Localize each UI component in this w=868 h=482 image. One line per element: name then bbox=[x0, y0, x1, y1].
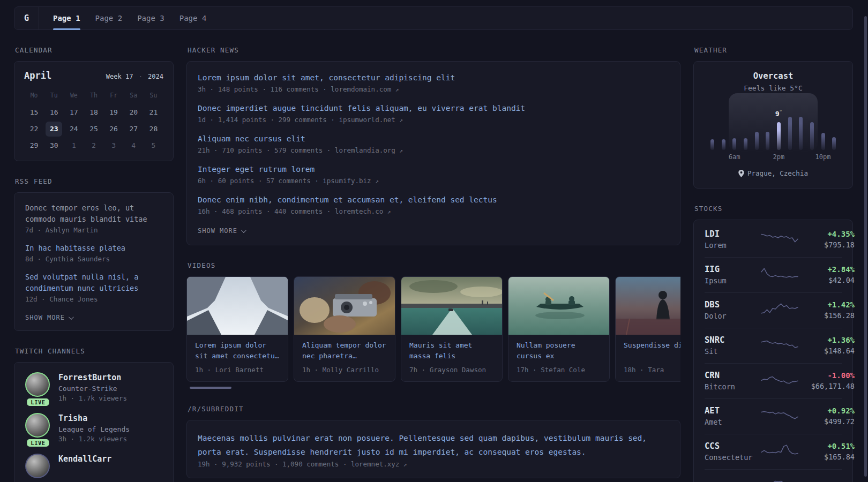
stock-symbol: DBS bbox=[705, 300, 760, 310]
stock-identity: AETAmet bbox=[705, 406, 760, 426]
weather-time-labels: 6am2pm10pm bbox=[707, 153, 840, 162]
subreddit-post-title[interactable]: Maecenas mollis pulvinar erat non posuer… bbox=[198, 431, 669, 459]
twitch-channel-row[interactable]: LIVEForrestBurtonCounter-Strike1h · 1.7k… bbox=[25, 372, 162, 402]
video-card[interactable]: Nullam posuere cursus ex17h · Stefan Col… bbox=[508, 276, 610, 382]
hackernews-item-title[interactable]: Donec enim nibh, condimentum et accumsan… bbox=[198, 194, 669, 206]
twitch-channel-row[interactable]: KendallCarr bbox=[25, 454, 162, 478]
rss-section-title: RSS FEED bbox=[15, 177, 173, 185]
hackernews-item-meta: 16h · 468 points · 440 comments · loremt… bbox=[198, 207, 669, 215]
hackernews-item-title[interactable]: Aliquam nec cursus elit bbox=[198, 133, 669, 145]
hackernews-show-more-button[interactable]: SHOW MORE bbox=[198, 227, 245, 235]
hackernews-item-title[interactable]: Integer eget rutrum lorem bbox=[198, 164, 669, 175]
middle-column: HACKER NEWS Lorem ipsum dolor sit amet, … bbox=[186, 30, 680, 482]
external-link-icon[interactable]: ↗ bbox=[395, 86, 399, 93]
tab-page-3[interactable]: Page 3 bbox=[137, 7, 164, 29]
stock-values: +4.35%$795.18 bbox=[799, 230, 855, 249]
external-link-icon[interactable]: ↗ bbox=[403, 461, 407, 468]
live-badge: LIVE bbox=[27, 439, 49, 447]
hackernews-item-title[interactable]: Donec imperdiet augue tincidunt felis al… bbox=[198, 103, 669, 114]
weather-temp-bar bbox=[744, 138, 747, 150]
video-meta: 7h · Grayson Dawson bbox=[409, 366, 494, 374]
calendar-day: 1 bbox=[65, 138, 82, 153]
stock-row[interactable]: DBSDolor+1.42%$156.28 bbox=[705, 292, 842, 328]
subreddit-post: Maecenas mollis pulvinar erat non posuer… bbox=[198, 431, 669, 468]
stock-row[interactable]: AETAmet+0.92%$499.72 bbox=[705, 398, 842, 434]
stock-name: Amet bbox=[705, 418, 760, 426]
video-title[interactable]: Lorem ipsum dolor sit amet consectetu… bbox=[195, 340, 280, 362]
stock-row[interactable]: CRNBitcorn-1.00%$66,171.48 bbox=[705, 363, 842, 398]
external-link-icon[interactable]: ↗ bbox=[399, 147, 403, 154]
stock-row[interactable]: AHS+0.46% bbox=[705, 469, 842, 482]
stock-sparkline bbox=[760, 442, 799, 461]
calendar-day: 27 bbox=[125, 122, 142, 137]
calendar-day: 28 bbox=[145, 122, 162, 137]
calendar-day: 2 bbox=[85, 138, 102, 153]
calendar-weekday: Fr bbox=[104, 88, 124, 103]
video-card[interactable]: Aliquam tempor dolor nec pharetra…1h · M… bbox=[294, 276, 395, 382]
video-title[interactable]: Nullam posuere cursus ex bbox=[517, 340, 601, 362]
tab-page-4[interactable]: Page 4 bbox=[179, 7, 207, 29]
rss-item-title[interactable]: Sed volutpat nulla nisl, a condimentum n… bbox=[25, 272, 162, 294]
video-thumbnail bbox=[508, 277, 609, 335]
calendar-weekday: Sa bbox=[124, 88, 144, 103]
twitch-channel-row[interactable]: LIVETrishaLeague of Legends3h · 1.2k vie… bbox=[25, 413, 162, 443]
twitch-channel-name[interactable]: Trisha bbox=[58, 413, 130, 423]
rss-item-title[interactable]: In hac habitasse platea bbox=[25, 243, 162, 254]
page-tabs: Page 1Page 2Page 3Page 4 bbox=[39, 7, 206, 29]
stock-price: $499.72 bbox=[799, 417, 855, 426]
twitch-channel-meta: 3h · 1.2k viewers bbox=[58, 435, 130, 443]
page-scrollbar[interactable] bbox=[864, 16, 867, 477]
calendar-day: 23 bbox=[46, 122, 62, 137]
stock-row[interactable]: SNRCSit+1.36%$148.64 bbox=[705, 328, 842, 363]
video-meta: 18h · Tara bbox=[624, 366, 680, 374]
weather-temp-bar bbox=[777, 122, 781, 150]
app-logo[interactable]: G bbox=[14, 7, 39, 29]
weather-temp-degree: ° bbox=[780, 109, 782, 115]
stock-values: +0.92%$499.72 bbox=[799, 406, 855, 426]
twitch-channels-widget: LIVEForrestBurtonCounter-Strike1h · 1.7k… bbox=[14, 362, 174, 482]
twitch-channel-name[interactable]: ForrestBurton bbox=[58, 373, 127, 382]
video-card[interactable]: Mauris sit amet massa felis7h · Grayson … bbox=[401, 276, 503, 382]
tab-page-1[interactable]: Page 1 bbox=[53, 7, 80, 29]
stock-change: +0.92% bbox=[799, 406, 855, 415]
external-link-icon[interactable]: ↗ bbox=[375, 178, 379, 185]
rss-item-meta: 12d · Chance Jones bbox=[25, 295, 162, 303]
external-link-icon[interactable]: ↗ bbox=[387, 208, 391, 215]
video-title[interactable]: Aliquam tempor dolor nec pharetra… bbox=[302, 340, 387, 362]
calendar-weekday: Tu bbox=[44, 88, 64, 103]
stock-identity: DBSDolor bbox=[705, 300, 760, 320]
subreddit-section-title: /R/SUBREDDIT bbox=[188, 405, 679, 413]
stock-values: +1.42%$156.28 bbox=[799, 300, 855, 320]
rss-item: Donec tempor eros leo, ut commodo mauris… bbox=[25, 202, 162, 234]
stock-name: Bitcorn bbox=[705, 382, 760, 391]
external-link-icon[interactable]: ↗ bbox=[399, 117, 403, 124]
calendar-day: 21 bbox=[145, 105, 162, 120]
video-card[interactable]: Suspendisse diam18h · Tara bbox=[615, 276, 680, 382]
rss-item: Sed volutpat nulla nisl, a condimentum n… bbox=[25, 272, 162, 303]
stock-sparkline bbox=[760, 266, 799, 284]
rss-item: In hac habitasse platea8d · Cynthia Saun… bbox=[25, 243, 162, 263]
twitch-channel-name[interactable]: KendallCarr bbox=[58, 454, 111, 464]
right-column: WEATHER Overcast Feels like 5°C 9° 6am2p… bbox=[693, 30, 853, 482]
rss-item-title[interactable]: Donec tempor eros leo, ut commodo mauris… bbox=[25, 202, 162, 225]
weather-temp-bar bbox=[810, 122, 814, 150]
rss-show-more-button[interactable]: SHOW MORE bbox=[25, 314, 72, 321]
stock-symbol: CCS bbox=[705, 441, 760, 451]
video-card[interactable]: Lorem ipsum dolor sit amet consectetu…1h… bbox=[186, 276, 288, 382]
tab-page-2[interactable]: Page 2 bbox=[95, 7, 123, 29]
stock-sparkline bbox=[760, 407, 799, 425]
rss-item-meta: 7d · Ashlyn Martin bbox=[25, 226, 162, 234]
stock-identity: CRNBitcorn bbox=[705, 371, 760, 391]
stock-row[interactable]: IIGIpsum+2.84%$42.04 bbox=[705, 257, 842, 292]
weather-widget: Overcast Feels like 5°C 9° 6am2pm10pm Pr… bbox=[693, 61, 853, 189]
video-card-body: Nullam posuere cursus ex17h · Stefan Col… bbox=[508, 335, 609, 381]
stock-row[interactable]: LDILorem+4.35%$795.18 bbox=[705, 222, 842, 257]
video-title[interactable]: Mauris sit amet massa felis bbox=[409, 340, 494, 362]
weather-current-temp: 9° bbox=[775, 109, 782, 118]
carousel-scrollbar[interactable] bbox=[190, 387, 231, 389]
stock-row[interactable]: CCSConsectetur+0.51%$165.84 bbox=[705, 434, 842, 469]
hackernews-item-title[interactable]: Lorem ipsum dolor sit amet, consectetur … bbox=[198, 72, 669, 84]
video-title[interactable]: Suspendisse diam bbox=[624, 340, 680, 362]
avatar bbox=[25, 413, 50, 438]
twitch-channel-info: KendallCarr bbox=[58, 454, 111, 478]
